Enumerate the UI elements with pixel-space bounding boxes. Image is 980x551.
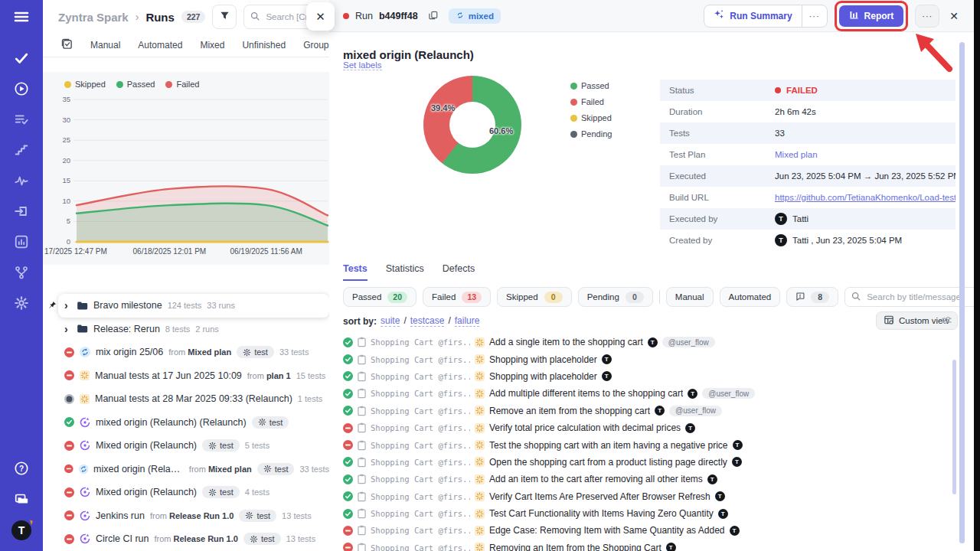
detail-value[interactable]: https://github.com/TetianaKhomenko/Load-… (775, 193, 956, 202)
run-list-item[interactable]: Manual tests at 28 Mar 2025 09:33 (Relau… (58, 387, 329, 411)
run-meta: 1 tests (298, 394, 322, 403)
sort-option-suite[interactable]: suite (381, 315, 400, 327)
filter-button[interactable] (212, 5, 237, 29)
copy-run-id-button[interactable] (429, 9, 438, 23)
automated-filter-chip[interactable]: Automated (720, 287, 781, 307)
tab-defects[interactable]: Defects (443, 263, 475, 281)
select-all-icon[interactable] (61, 38, 73, 53)
test-row[interactable]: Shopping Cart @firs...Add a single item … (343, 334, 963, 350)
sidebar-item-play-circle[interactable] (12, 80, 31, 98)
run-list-item[interactable]: ›Release: Rerun8 tests2 runs (58, 318, 329, 341)
run-summary-more-button[interactable]: ··· (802, 5, 827, 27)
test-row[interactable]: Shopping Cart @firs...Shopping with plac… (343, 350, 963, 367)
more-actions-button[interactable]: ··· (915, 5, 939, 28)
suite-name: Shopping Cart @firs... (371, 355, 470, 364)
run-title: Mixed origin (Relaunch) (96, 440, 197, 451)
assignee-avatar: T (730, 526, 740, 536)
sidebar-item-gear[interactable] (12, 294, 31, 312)
sidebar-item-help[interactable]: ? (12, 459, 31, 478)
test-title: Test Cart Functionality with Items Havin… (489, 508, 714, 519)
filter-chip-pending[interactable]: Pending0 (578, 287, 653, 307)
assignee-avatar: T (666, 543, 676, 551)
test-row[interactable]: Shopping Cart @firs...Verify total price… (343, 419, 963, 436)
test-row[interactable]: Shopping Cart @firs...Removing an Item f… (343, 540, 963, 551)
test-title: Add multiple different items to the shop… (489, 388, 683, 399)
run-list-item[interactable]: mixed origin (Relaunch)from Mixed plante… (58, 458, 329, 481)
run-list-item[interactable]: Mixed origin (Relaunch)test5 tests (58, 434, 329, 458)
test-row[interactable]: Shopping Cart @firs...Remove an item fro… (343, 403, 963, 419)
filter-chip-failed[interactable]: Failed13 (423, 287, 491, 307)
runs-tab-manual[interactable]: Manual (90, 40, 120, 51)
status-passed-icon (343, 389, 353, 399)
breadcrumb-app[interactable]: Zyntra Spark (58, 11, 129, 24)
test-row[interactable]: Shopping Cart @firs...Add multiple diffe… (343, 385, 963, 402)
chevron-right-icon[interactable]: › (64, 324, 71, 334)
sidebar-item-activity[interactable] (12, 171, 31, 190)
tag-chip: @user_flow (662, 337, 715, 347)
run-detail-panel: Run b449ff48 mixed Run Summary ··· (329, 0, 974, 551)
test-row[interactable]: Shopping Cart @firs...Open the shopping … (343, 454, 963, 471)
run-list-item[interactable]: mixed origin (Relaunch) (Relaunch)test (58, 411, 329, 435)
run-list-item[interactable]: ›Bravo milestone124 tests33 runs (58, 294, 329, 318)
close-panel-button[interactable]: ✕ (306, 2, 335, 31)
runs-tab-automated[interactable]: Automated (138, 40, 182, 51)
sidebar-item-projects[interactable] (12, 490, 31, 508)
status-passed-icon (343, 406, 353, 416)
sort-option-testcase[interactable]: testcase (410, 315, 445, 327)
sidebar-item-sign-in[interactable] (12, 202, 31, 220)
run-list-item[interactable]: Mixed origin (Relaunch)test4 tests (58, 481, 329, 504)
run-meta: 8 tests (165, 324, 190, 334)
sidebar-item-steps[interactable] (12, 141, 31, 159)
runs-tab-mixed[interactable]: Mixed (200, 40, 224, 51)
report-button[interactable]: Report (839, 5, 904, 27)
detail-label: Duration (669, 107, 775, 116)
detail-value[interactable]: Mixed plan (775, 150, 818, 159)
test-row[interactable]: Shopping Cart @firs...Add an item to the… (343, 471, 963, 487)
test-row[interactable]: Shopping Cart @firs...Edge Case: Removin… (343, 522, 963, 539)
app-window: ?T Zyntra Spark › Runs 227 ✕ ManualAutom… (0, 0, 980, 551)
run-list-item[interactable]: Manual tests at 17 Jun 2025 10:09from pl… (58, 364, 329, 388)
panel-scrollbar[interactable] (959, 42, 965, 543)
sync-icon (456, 11, 465, 21)
test-row[interactable]: Shopping Cart @firs...Test the shopping … (343, 436, 963, 453)
assignee-avatar: T (648, 337, 658, 347)
filter-chip-passed[interactable]: Passed20 (343, 287, 416, 307)
sidebar-item-check[interactable] (12, 49, 31, 67)
relaunch-icon (80, 533, 90, 544)
sidebar-avatar[interactable]: T (11, 520, 31, 540)
sidebar-item-menu[interactable] (12, 8, 31, 26)
detail-label: Status (669, 86, 775, 95)
gear-icon (208, 442, 217, 450)
view-settings-button[interactable] (942, 315, 952, 328)
run-list-item[interactable]: Jenkins runfrom Release Run 1.0test13 te… (58, 504, 329, 528)
tab-statistics[interactable]: Statistics (386, 263, 424, 281)
run-title: Bravo milestone (93, 300, 162, 311)
sidebar-item-list-check[interactable] (12, 110, 31, 129)
tab-tests[interactable]: Tests (343, 263, 368, 281)
run-from: from Release Run 1.0 (154, 534, 237, 543)
run-summary-button[interactable]: Run Summary (704, 5, 801, 27)
test-row[interactable]: Shopping Cart @firs...Verify Cart Items … (343, 488, 963, 505)
runs-tabs: ManualAutomatedMixedUnfinishedGroups (90, 40, 333, 51)
sidebar-item-branch[interactable] (12, 263, 31, 282)
svg-text:0: 0 (67, 237, 70, 246)
filter-chip-skipped[interactable]: Skipped0 (497, 287, 572, 307)
run-list-item[interactable]: Circle CI runfrom Release Run 1.0test13 … (58, 527, 329, 551)
set-labels-link[interactable]: Set labels (343, 60, 382, 70)
detail-row: Duration2h 6m 42s (660, 101, 956, 122)
chevron-right-icon[interactable]: › (64, 300, 71, 311)
test-row[interactable]: Shopping Cart @firs...Test Cart Function… (343, 505, 963, 522)
manual-filter-chip[interactable]: Manual (666, 287, 714, 307)
tests-scrollbar[interactable] (952, 360, 956, 494)
close-detail-button[interactable]: ✕ (946, 10, 962, 22)
sort-separator: / (403, 315, 406, 327)
tests-search-input[interactable] (865, 292, 972, 302)
runs-tab-unfinished[interactable]: Unfinished (242, 40, 286, 51)
comments-filter-chip[interactable]: 8 (786, 287, 838, 307)
legend-item-skipped: Skipped (64, 80, 106, 89)
sort-option-failure[interactable]: failure (455, 315, 480, 327)
sidebar-item-report-box[interactable] (12, 233, 31, 251)
test-row[interactable]: Shopping Cart @firs...Shopping with plac… (343, 368, 963, 385)
run-list-item[interactable]: mix origin 25/06from Mixed plantest33 te… (58, 341, 329, 364)
burst-icon (475, 371, 485, 381)
